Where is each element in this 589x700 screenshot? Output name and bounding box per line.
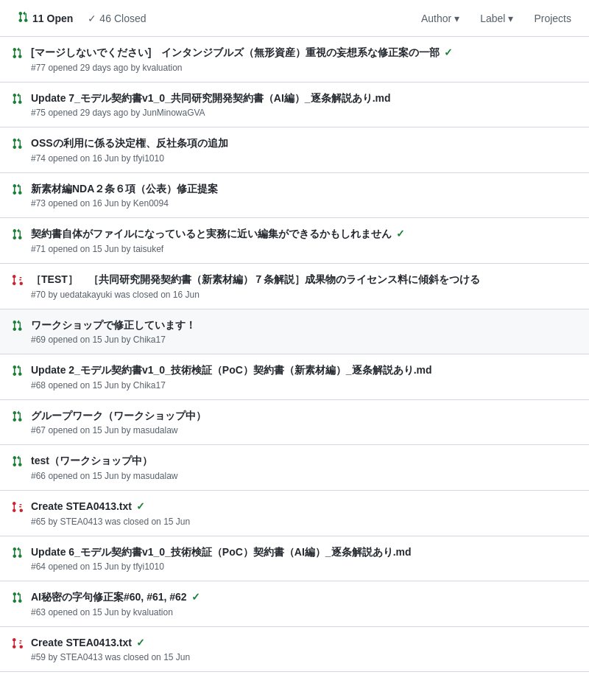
issue-meta-text: by STEA0413 was closed on 15 Jun [48, 517, 190, 527]
issue-meta-text: opened on 16 Jun by Ken0094 [48, 198, 168, 209]
issue-number: #63 [31, 607, 46, 617]
issue-meta: #74 opened on 16 Jun by tfyi1010 [31, 153, 577, 164]
author-dropdown-button[interactable]: Author ▾ [415, 9, 465, 28]
issue-title-link[interactable]: グループワーク（ワークショップ中） [31, 409, 206, 424]
issue-item: グループワーク（ワークショップ中） #67 opened on 15 Jun b… [0, 400, 589, 446]
issue-item: Update 6_モデル契約書v1_0_技術検証（PoC）契約書（AI編）_逐条… [0, 536, 589, 582]
open-count: 11 [32, 13, 44, 24]
issue-title-link[interactable]: OSSの利用に係る決定権、反社条項の追加 [31, 136, 228, 151]
issue-item: ［TEST］ ［共同研究開発契約書（新素材編）７条解説］成果物のライセンス料に傾… [0, 264, 589, 309]
issue-state-icon [12, 183, 24, 197]
issue-item: ワークショップで修正しています！ #69 opened on 15 Jun by… [0, 309, 589, 355]
issue-title: Update 6_モデル契約書v1_0_技術検証（PoC）契約書（AI編）_逐条… [31, 545, 577, 560]
issue-meta: #65 by STEA0413 was closed on 15 Jun [31, 517, 577, 527]
issue-meta: #64 opened on 15 Jun by tfyi1010 [31, 561, 577, 572]
issue-content: Update 6_モデル契約書v1_0_技術検証（PoC）契約書（AI編）_逐条… [31, 545, 577, 573]
issue-title-link[interactable]: 新素材編NDA２条６項（公表）修正提案 [31, 182, 218, 197]
issue-content: Create STEA0413.txt ✓ #59 by STEA0413 wa… [31, 636, 577, 663]
issue-meta-text: opened on 15 Jun by Chika17 [48, 380, 165, 391]
issue-meta: #70 by uedatakayuki was closed on 16 Jun [31, 290, 577, 300]
issue-title: Create STEA0413.txt ✓ [31, 636, 577, 651]
issue-state-icon [12, 138, 24, 152]
issue-meta: #71 opened on 15 Jun by taisukef [31, 244, 577, 254]
issue-meta-text: by uedatakayuki was closed on 16 Jun [48, 290, 199, 300]
issue-meta-text: opened 29 days ago by kvaluation [48, 63, 182, 73]
check-status-icon: ✓ [136, 500, 145, 514]
issue-content: Update 2_モデル契約書v1_0_技術検証（PoC）契約書（新素材編）_逐… [31, 363, 577, 391]
issue-meta: #67 opened on 15 Jun by masudalaw [31, 425, 577, 435]
toolbar-action-buttons: Author ▾ Label ▾ Projects [415, 9, 577, 28]
issue-title-link[interactable]: Update 6_モデル契約書v1_0_技術検証（PoC）契約書（AI編）_逐条… [31, 545, 412, 560]
closed-count: 46 [99, 13, 111, 24]
issue-meta: #59 by STEA0413 was closed on 15 Jun [31, 652, 577, 662]
issue-number: #73 [31, 198, 46, 209]
issue-title: Update 2_モデル契約書v1_0_技術検証（PoC）契約書（新素材編）_逐… [31, 363, 577, 378]
issue-number: #68 [31, 380, 46, 391]
issue-title-link[interactable]: Create STEA0413.txt [31, 636, 132, 651]
issue-title-link[interactable]: 契約書自体がファイルになっていると実務に近い編集ができるかもしれません [31, 227, 392, 242]
issue-state-icon [12, 501, 24, 515]
open-filter-button[interactable]: 11 Open [12, 7, 79, 29]
issue-item: AI秘密の字句修正案#60, #61, #62 ✓ #63 opened on … [0, 581, 589, 627]
filter-buttons: 11 Open ✓ 46 Closed [12, 7, 403, 29]
projects-label: Projects [534, 13, 571, 24]
issue-title-link[interactable]: ワークショップで修正しています！ [31, 318, 196, 333]
issues-list: [マージしないでください] インタンジブルズ（無形資産）重視の妄想系な修正案の一… [0, 37, 589, 672]
issue-title: AI秘密の字句修正案#60, #61, #62 ✓ [31, 590, 577, 605]
issue-item: test（ワークショップ中） #66 opened on 15 Jun by m… [0, 445, 589, 491]
issue-meta-text: opened on 15 Jun by taisukef [48, 244, 163, 254]
issue-number: #64 [31, 561, 46, 572]
check-status-icon: ✓ [396, 227, 405, 242]
check-mark: ✓ [88, 13, 96, 24]
issue-state-icon [12, 274, 24, 288]
check-status-icon: ✓ [444, 46, 453, 60]
issue-title-link[interactable]: Update 2_モデル契約書v1_0_技術検証（PoC）契約書（新素材編）_逐… [31, 363, 432, 378]
issue-title-link[interactable]: Update 7_モデル契約書v1_0_共同研究開発契約書（AI編）_逐条解説あ… [31, 91, 391, 106]
issue-item: Create STEA0413.txt ✓ #59 by STEA0413 wa… [0, 627, 589, 673]
issue-number: #74 [31, 153, 46, 164]
issue-meta-text: opened on 15 Jun by masudalaw [48, 471, 177, 481]
closed-filter-button[interactable]: ✓ 46 Closed [82, 9, 152, 28]
issue-title: 契約書自体がファイルになっていると実務に近い編集ができるかもしれません ✓ [31, 227, 577, 242]
issue-title-link[interactable]: Create STEA0413.txt [31, 500, 132, 514]
issue-content: [マージしないでください] インタンジブルズ（無形資産）重視の妄想系な修正案の一… [31, 46, 577, 73]
issue-item: Create STEA0413.txt ✓ #65 by STEA0413 wa… [0, 491, 589, 536]
issue-content: OSSの利用に係る決定権、反社条項の追加 #74 opened on 16 Ju… [31, 136, 577, 164]
issue-title: Update 7_モデル契約書v1_0_共同研究開発契約書（AI編）_逐条解説あ… [31, 91, 577, 106]
issue-meta: #73 opened on 16 Jun by Ken0094 [31, 198, 577, 209]
issue-state-icon [12, 93, 24, 107]
issue-state-icon [12, 455, 24, 469]
label-dropdown-button[interactable]: Label ▾ [474, 9, 519, 28]
issue-title: test（ワークショップ中） [31, 454, 577, 469]
issues-toolbar: 11 Open ✓ 46 Closed Author ▾ Label ▾ Pro… [0, 0, 589, 37]
issue-title-link[interactable]: test（ワークショップ中） [31, 454, 152, 469]
issue-meta-text: opened 29 days ago by JunMinowaGVA [48, 108, 205, 118]
issue-number: #67 [31, 425, 46, 435]
issue-content: 新素材編NDA２条６項（公表）修正提案 #73 opened on 16 Jun… [31, 182, 577, 209]
projects-dropdown-button[interactable]: Projects [528, 9, 577, 28]
issue-content: ［TEST］ ［共同研究開発契約書（新素材編）７条解説］成果物のライセンス料に傾… [31, 273, 577, 300]
issue-meta-text: opened on 15 Jun by Chika17 [48, 335, 165, 345]
issue-content: ワークショップで修正しています！ #69 opened on 15 Jun by… [31, 318, 577, 346]
issue-number: #66 [31, 471, 46, 481]
issue-number: #65 [31, 517, 46, 527]
issue-number: #77 [31, 63, 46, 73]
issue-title-link[interactable]: AI秘密の字句修正案#60, #61, #62 [31, 590, 187, 605]
issue-title-link[interactable]: ［TEST］ ［共同研究開発契約書（新素材編）７条解説］成果物のライセンス料に傾… [31, 273, 480, 287]
issue-state-icon [12, 365, 24, 379]
issue-title: グループワーク（ワークショップ中） [31, 409, 577, 424]
issue-state-icon [12, 228, 24, 242]
issue-title: OSSの利用に係る決定権、反社条項の追加 [31, 136, 577, 151]
issue-title-link[interactable]: [マージしないでください] インタンジブルズ（無形資産）重視の妄想系な修正案の一… [31, 46, 440, 60]
issue-meta: #68 opened on 15 Jun by Chika17 [31, 380, 577, 391]
label-label: Label [480, 13, 505, 24]
issue-item: OSSの利用に係る決定権、反社条項の追加 #74 opened on 16 Ju… [0, 127, 589, 173]
issue-meta: #66 opened on 15 Jun by masudalaw [31, 471, 577, 481]
pr-open-icon [18, 11, 29, 25]
issue-state-icon [12, 592, 24, 606]
issue-title: Create STEA0413.txt ✓ [31, 500, 577, 514]
issue-meta-text: opened on 15 Jun by tfyi1010 [48, 561, 163, 572]
issue-item: [マージしないでください] インタンジブルズ（無形資産）重視の妄想系な修正案の一… [0, 37, 589, 83]
issue-state-icon [12, 47, 24, 61]
issue-number: #70 [31, 290, 46, 300]
